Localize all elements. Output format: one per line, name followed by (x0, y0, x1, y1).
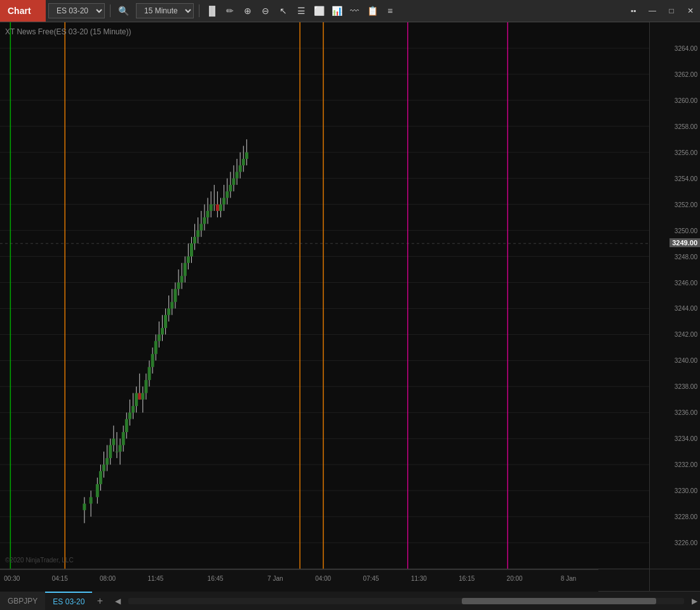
timeframe-select[interactable]: 15 Minute (136, 3, 194, 18)
restore-button[interactable]: ▪▪ (624, 0, 643, 22)
pencil-icon[interactable]: ✏ (222, 3, 238, 18)
time-tick: 16:15 (459, 575, 475, 582)
price-tick: 3240.00 (675, 357, 697, 364)
time-tick: 7 Jan (267, 575, 283, 582)
time-tick: 8 Jan (561, 575, 576, 582)
symbol-select[interactable]: ES 03-20 (48, 3, 105, 18)
chart-container: XT News Free(ES 03-20 (15 Minute)) ©2020… (0, 22, 700, 569)
price-tick: 3232.00 (675, 461, 697, 468)
price-tick: 3248.00 (675, 253, 697, 260)
price-axis-corner (649, 569, 700, 591)
bottom-bar: GBPJPY ES 03-20 + ◀ ▶ (0, 591, 700, 610)
time-tick: 16:45 (208, 575, 224, 582)
price-tick: 3250.00 (675, 227, 697, 234)
price-tick: 3238.00 (675, 383, 697, 390)
price-tick: 3260.00 (675, 97, 697, 104)
price-tick: 3262.00 (675, 71, 697, 78)
time-tick: 04:15 (52, 575, 68, 582)
price-tick: 3252.00 (675, 201, 697, 208)
separator-1 (110, 4, 111, 17)
search-button[interactable]: 🔍 (116, 3, 131, 18)
minimize-button[interactable]: — (643, 0, 662, 22)
current-price-label: 3249.00 (670, 238, 700, 247)
price-tick: 3230.00 (675, 487, 697, 494)
time-tick: 07:45 (363, 575, 379, 582)
indicator-icon[interactable]: 📊 (329, 3, 344, 18)
time-tick: 08:00 (100, 575, 116, 582)
add-tab-button[interactable]: + (92, 593, 107, 609)
copyright-text: ©2020 NinjaTrader, LLC (5, 557, 74, 564)
properties-icon[interactable]: ☰ (293, 3, 309, 18)
template-icon[interactable]: 📋 (365, 3, 380, 18)
timeframe-section: 15 Minute (133, 0, 196, 22)
time-axis-row: 00:3004:1508:0011:4516:457 Jan04:0007:45… (0, 569, 700, 591)
price-tick: 3228.00 (675, 513, 697, 520)
chart-type-icon[interactable]: ⬜ (311, 3, 326, 18)
price-axis: 3264.003262.003260.003258.003256.003254.… (649, 22, 700, 569)
time-tick: 00:30 (4, 575, 20, 582)
zoom-in-icon[interactable]: ⊕ (240, 3, 255, 18)
menu-icon[interactable]: ≡ (382, 3, 398, 18)
tab-gbpjpy[interactable]: GBPJPY (0, 592, 45, 610)
close-button[interactable]: ✕ (681, 0, 700, 22)
maximize-button[interactable]: □ (662, 0, 681, 22)
scrollbar-thumb[interactable] (462, 598, 656, 604)
time-axis: 00:3004:1508:0011:4516:457 Jan04:0007:45… (0, 569, 598, 592)
separator-2 (199, 4, 199, 17)
time-tick: 11:45 (147, 575, 163, 582)
chart-title: XT News Free(ES 03-20 (15 Minute)) (5, 27, 131, 36)
time-tick: 04:00 (315, 575, 331, 582)
chart-area[interactable]: XT News Free(ES 03-20 (15 Minute)) ©2020… (0, 22, 649, 569)
time-tick: 20:00 (507, 575, 523, 582)
price-tick: 3236.00 (675, 409, 697, 416)
time-tick: 11:30 (411, 575, 427, 582)
candlestick-canvas (0, 22, 649, 569)
scroll-left-icon[interactable]: ◀ (112, 597, 123, 606)
symbol-section: ES 03-20 (46, 0, 107, 22)
search-section: 🔍 (113, 0, 133, 22)
price-tick: 3246.00 (675, 279, 697, 286)
price-tick: 3254.00 (675, 175, 697, 182)
scroll-right-icon[interactable]: ▶ (689, 597, 700, 606)
tab-es0320[interactable]: ES 03-20 (45, 592, 92, 610)
chart-window-label: Chart (0, 0, 46, 22)
toolbar-tools: ▐▌ ✏ ⊕ ⊖ ↖ ☰ ⬜ 📊 〰 📋 ≡ (202, 0, 400, 22)
price-tick: 3242.00 (675, 331, 697, 338)
scrollbar-track[interactable] (128, 598, 684, 604)
drawing-icon[interactable]: 〰 (347, 3, 362, 18)
price-tick: 3264.00 (675, 44, 697, 51)
zoom-out-icon[interactable]: ⊖ (258, 3, 273, 18)
price-tick: 3244.00 (675, 305, 697, 312)
titlebar: Chart ES 03-20 🔍 15 Minute ▐▌ ✏ ⊕ ⊖ ↖ ☰ … (0, 0, 700, 22)
bar-chart-icon[interactable]: ▐▌ (205, 3, 220, 18)
price-tick: 3256.00 (675, 149, 697, 156)
cursor-icon[interactable]: ↖ (276, 3, 291, 18)
price-tick: 3234.00 (675, 435, 697, 442)
window-controls: ▪▪ — □ ✕ (624, 0, 700, 22)
price-tick: 3226.00 (675, 539, 697, 546)
scrollbar-section: ◀ ▶ (112, 597, 700, 606)
price-tick: 3258.00 (675, 123, 697, 130)
